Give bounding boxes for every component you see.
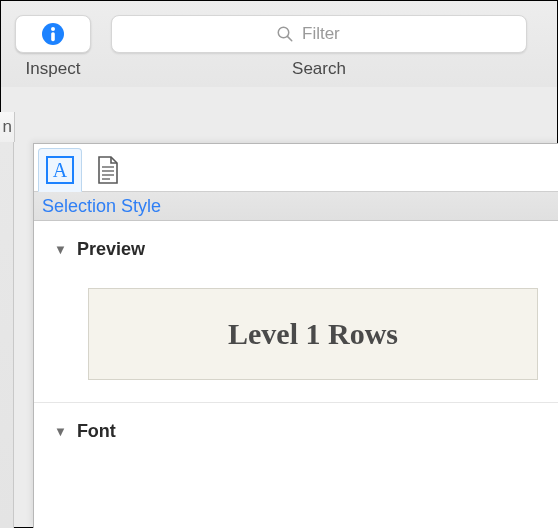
inspect-tool-group: Inspect xyxy=(15,15,91,79)
svg-point-1 xyxy=(51,27,55,31)
svg-text:A: A xyxy=(53,159,68,181)
search-tool-group: Search xyxy=(111,15,527,79)
preview-text: Level 1 Rows xyxy=(228,317,398,351)
svg-line-4 xyxy=(287,36,291,40)
inspector-panel: A Selection Style ▼ Preview Level 1 Rows xyxy=(33,143,558,528)
svg-rect-2 xyxy=(51,32,55,41)
toolbar: Inspect Search xyxy=(1,1,557,87)
tab-document[interactable] xyxy=(86,148,130,192)
search-label: Search xyxy=(292,59,346,79)
info-icon xyxy=(41,22,65,46)
inspector-tab-caption: Selection Style xyxy=(34,191,558,221)
inspect-label: Inspect xyxy=(26,59,81,79)
search-input[interactable] xyxy=(302,24,362,44)
section-header-font[interactable]: ▼ Font xyxy=(34,403,558,452)
left-tab-fragment: n xyxy=(0,112,15,142)
left-panel-fragment xyxy=(0,142,14,528)
search-icon xyxy=(276,25,294,43)
search-field[interactable] xyxy=(111,15,527,53)
inspector-tabbar: A xyxy=(34,144,558,192)
inspect-button[interactable] xyxy=(15,15,91,53)
style-preview: Level 1 Rows xyxy=(88,288,538,380)
inspector-body: ▼ Preview Level 1 Rows ▼ Font xyxy=(34,221,558,452)
section-header-preview[interactable]: ▼ Preview xyxy=(34,221,558,270)
disclosure-triangle-icon: ▼ xyxy=(54,425,67,438)
disclosure-triangle-icon: ▼ xyxy=(54,243,67,256)
document-icon xyxy=(96,155,120,185)
section-title-preview: Preview xyxy=(77,239,145,260)
selection-style-icon: A xyxy=(45,155,75,185)
section-title-font: Font xyxy=(77,421,116,442)
tab-selection-style[interactable]: A xyxy=(38,148,82,192)
